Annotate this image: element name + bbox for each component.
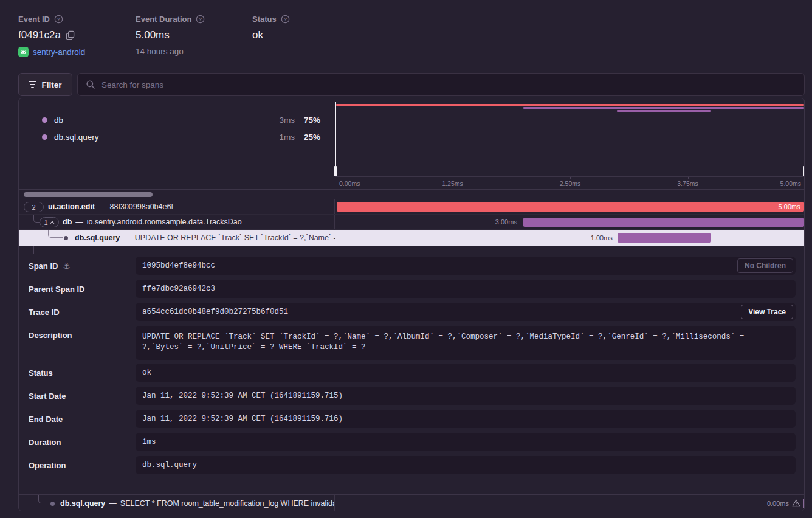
event-duration-label: Event Duration <box>136 15 191 24</box>
op-name: db <box>54 116 63 125</box>
event-id-block: Event ID ? f0491c2a sentry-android <box>18 15 85 57</box>
event-time-ago: 14 hours ago <box>136 47 184 56</box>
event-id-value: f0491c2a <box>18 29 61 41</box>
span-duration-label: 1.00ms <box>591 230 613 246</box>
span-duration-bar <box>618 233 712 243</box>
toolbar: Filter <box>18 73 805 96</box>
op-name: db.sql.query <box>54 133 99 142</box>
detail-label: Parent Span ID <box>29 285 84 294</box>
project-link[interactable]: sentry-android <box>33 47 85 57</box>
badge-count: 2 <box>32 204 35 211</box>
axis-tick-label: 0.00ms <box>339 180 360 187</box>
status-sub: – <box>252 47 257 56</box>
span-description: UPDATE OR REPLACE `Track` SET `TrackId` … <box>135 233 335 242</box>
badge-count: 1 <box>44 219 47 226</box>
span-duration-label: 3.00ms <box>495 215 517 230</box>
chevron-up-icon <box>50 221 55 224</box>
op-duration: 1ms <box>279 133 295 142</box>
svg-text:?: ? <box>57 16 60 22</box>
span-duration-bar <box>523 218 803 227</box>
event-id-label-row: Event ID ? <box>18 15 85 24</box>
no-children-button[interactable]: No Children <box>737 258 793 273</box>
start-date-value: Jan 11, 2022 9:52:39 AM CET (1641891159.… <box>142 392 343 400</box>
span-duration-label: 0.00ms <box>767 500 789 507</box>
filter-button[interactable]: Filter <box>18 73 72 96</box>
question-icon[interactable]: ? <box>196 15 205 24</box>
minimap-left-handle[interactable] <box>335 102 336 177</box>
op-color-dot <box>42 134 47 140</box>
warning-icon <box>792 499 800 507</box>
children-count-badge-expanded[interactable]: 1 <box>40 217 59 227</box>
span-duration-label: 5.00ms <box>779 202 800 212</box>
copy-icon[interactable] <box>66 30 75 40</box>
anchor-icon[interactable]: ⚓ <box>63 261 71 271</box>
end-date-value-box: Jan 11, 2022 9:52:39 AM CET (1641891159.… <box>136 410 796 428</box>
children-count-badge[interactable]: 2 <box>24 202 44 212</box>
end-date-value: Jan 11, 2022 9:52:39 AM CET (1641891159.… <box>142 415 343 423</box>
span-op: db.sql.query <box>60 499 105 508</box>
detail-label: Description <box>29 331 72 340</box>
tree-scrollbar-thumb[interactable] <box>24 192 153 197</box>
span-search <box>77 73 805 96</box>
start-date-value-box: Jan 11, 2022 9:52:39 AM CET (1641891159.… <box>136 387 796 405</box>
span-row-db[interactable]: 1 db — io.sentry.android.roomsample.data… <box>19 215 805 230</box>
tree-scrollbar-track <box>19 189 805 199</box>
event-duration-block: Event Duration ? 5.00ms 14 hours ago <box>136 15 205 56</box>
tree-connector-line <box>33 246 34 254</box>
status-value: ok <box>252 29 263 41</box>
span-row-db-sql-query-selected[interactable]: db.sql.query — UPDATE OR REPLACE `Track`… <box>19 230 805 246</box>
span-status-value: ok <box>142 368 151 377</box>
span-detail-view: Event ID ? f0491c2a sentry-android Event… <box>0 0 812 518</box>
filter-icon <box>29 81 36 88</box>
minimap-span-bar <box>523 107 804 109</box>
leaf-node-dot <box>50 502 55 506</box>
time-axis: 0.00ms 1.25ms 2.50ms 3.75ms 5.00ms <box>335 176 805 189</box>
trace-minimap: 0.00ms 1.25ms 2.50ms 3.75ms 5.00ms <box>335 98 805 189</box>
trace-id-value: a654cc61dc0b48ef9d0b27275b6f0d51 <box>142 308 288 316</box>
status-label: Status <box>252 15 277 24</box>
svg-text:?: ? <box>284 16 287 22</box>
axis-tick-label: 5.00ms <box>780 180 801 187</box>
parent-span-id-value-box: ffe7dbc92a6942c3 <box>136 280 796 298</box>
span-row-ui-action-edit[interactable]: 2 ui.action.edit — 88f300998a0b4e6f 5.00… <box>19 199 805 215</box>
minimap-span-bar <box>617 110 711 112</box>
detail-label: Operation <box>29 461 66 470</box>
op-color-dot <box>42 117 47 123</box>
span-id-value-box: 1095bd4ef8e94bcc No Children <box>136 257 796 275</box>
parent-span-id-value: ffe7dbc92a6942c3 <box>142 285 215 293</box>
axis-tick-label: 1.25ms <box>442 180 463 187</box>
svg-text:?: ? <box>199 16 202 22</box>
span-op: db.sql.query <box>75 233 120 242</box>
event-id-label: Event ID <box>18 15 50 24</box>
axis-tick-label: 3.75ms <box>677 180 698 187</box>
search-input[interactable] <box>102 80 796 89</box>
operation-value-box: db.sql.query <box>136 456 796 474</box>
trace-id-value-box: a654cc61dc0b48ef9d0b27275b6f0d51 View Tr… <box>136 303 796 321</box>
view-trace-button[interactable]: View Trace <box>741 305 793 319</box>
detail-label: Span ID <box>29 261 58 271</box>
span-op: db <box>63 218 72 226</box>
detail-label: Start Date <box>29 392 66 401</box>
search-icon <box>86 80 95 89</box>
minimap-span-bar <box>336 104 803 106</box>
span-duration-bar-zero <box>803 499 805 508</box>
question-icon[interactable]: ? <box>281 15 290 24</box>
span-description: SELECT * FROM room_table_modification_lo… <box>120 499 335 508</box>
detail-label: Duration <box>29 438 61 447</box>
span-id-value: 1095bd4ef8e94bcc <box>142 261 215 270</box>
android-platform-icon <box>18 47 29 57</box>
question-icon[interactable]: ? <box>54 15 63 24</box>
span-duration-value: 1ms <box>142 438 156 446</box>
span-duration-bar: 5.00ms <box>337 202 803 212</box>
description-value-box: UPDATE OR REPLACE `Track` SET `TrackId` … <box>136 326 796 360</box>
span-tree-panel: db 3ms 75% db.sql.query 1ms 25% 0.00m <box>18 98 805 511</box>
description-value: UPDATE OR REPLACE `Track` SET `TrackId` … <box>142 333 744 351</box>
span-row-db-sql-query-select[interactable]: db.sql.query — SELECT * FROM room_table_… <box>19 494 805 511</box>
status-block: Status ? ok – <box>252 15 290 56</box>
event-duration-value: 5.00ms <box>136 29 170 41</box>
op-percentage: 75% <box>304 116 320 125</box>
detail-label: Trace ID <box>29 308 60 317</box>
filter-button-label: Filter <box>41 80 61 89</box>
minimap-right-handle[interactable] <box>804 102 805 177</box>
operation-value: db.sql.query <box>142 461 197 469</box>
